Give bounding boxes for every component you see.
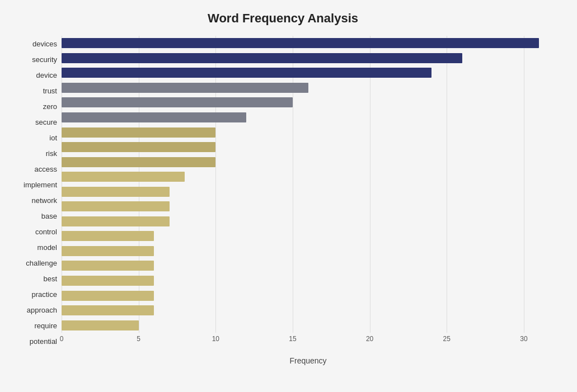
bar (62, 187, 170, 197)
bar (62, 157, 215, 167)
bar-row (62, 289, 555, 303)
bar (62, 305, 154, 315)
bar-row (62, 65, 555, 80)
bar (62, 68, 431, 78)
bar (62, 216, 170, 226)
bar-row (62, 185, 555, 199)
bar-row (62, 155, 555, 169)
bar (62, 172, 185, 182)
y-label: network (31, 193, 57, 207)
bar-row (62, 110, 555, 125)
y-label: challenge (26, 256, 57, 271)
x-tick: 25 (443, 335, 451, 343)
y-label: trust (43, 83, 57, 98)
bar-row (62, 169, 555, 184)
bar-row (62, 36, 555, 50)
bar (62, 291, 154, 301)
bar-row (62, 140, 555, 154)
bar (62, 320, 139, 330)
bar-row (62, 125, 555, 140)
y-label: potential (30, 334, 57, 349)
y-label: iot (49, 130, 57, 145)
y-label: secure (35, 115, 57, 129)
bar-row (62, 81, 555, 95)
bar (62, 127, 215, 138)
bar-row (62, 95, 555, 110)
x-axis-label: Frequency (289, 356, 326, 365)
bar-row (62, 258, 555, 273)
bar-row (62, 51, 555, 65)
bar (62, 83, 308, 93)
chart-container: Word Frequency Analysis devicessecurityd… (0, 0, 577, 392)
bar-row (62, 199, 555, 214)
bars-and-grid: Frequency 051015202530 (62, 36, 555, 350)
y-label: best (43, 272, 57, 286)
chart-area: devicessecuritydevicetrustzerosecureiotr… (11, 36, 555, 350)
bar-row (62, 244, 555, 258)
y-labels: devicessecuritydevicetrustzerosecureiotr… (11, 36, 62, 350)
bars-column (62, 36, 555, 333)
bar (62, 231, 154, 241)
y-label: devices (32, 36, 57, 51)
bar-row (62, 229, 555, 243)
x-tick: 30 (520, 335, 527, 343)
bar-row (62, 318, 555, 333)
x-tick: 5 (137, 335, 140, 343)
bar (62, 276, 154, 286)
y-label: base (41, 209, 57, 224)
y-label: security (32, 52, 57, 67)
x-axis: Frequency 051015202530 (62, 333, 555, 350)
bar (62, 112, 246, 122)
y-label: model (37, 240, 57, 255)
bar-row (62, 303, 555, 318)
bar (62, 53, 462, 63)
bar (62, 38, 539, 48)
y-label: require (35, 319, 57, 333)
y-label: access (35, 162, 57, 176)
y-label: risk (46, 146, 57, 160)
y-label: implement (24, 177, 57, 192)
y-label: zero (43, 99, 57, 114)
bar (62, 261, 154, 271)
bar (62, 97, 293, 107)
x-tick: 0 (60, 335, 64, 343)
y-label: approach (27, 303, 57, 318)
x-tick: 20 (366, 335, 373, 343)
bar-row (62, 214, 555, 229)
chart-title: Word Frequency Analysis (11, 11, 555, 26)
y-label: control (35, 225, 57, 239)
bar (62, 246, 154, 256)
bar (62, 142, 215, 152)
y-label: device (36, 68, 57, 82)
bar-row (62, 273, 555, 288)
y-label: practice (31, 287, 57, 302)
bar (62, 201, 170, 211)
x-tick: 15 (289, 335, 296, 343)
x-tick: 10 (212, 335, 219, 343)
